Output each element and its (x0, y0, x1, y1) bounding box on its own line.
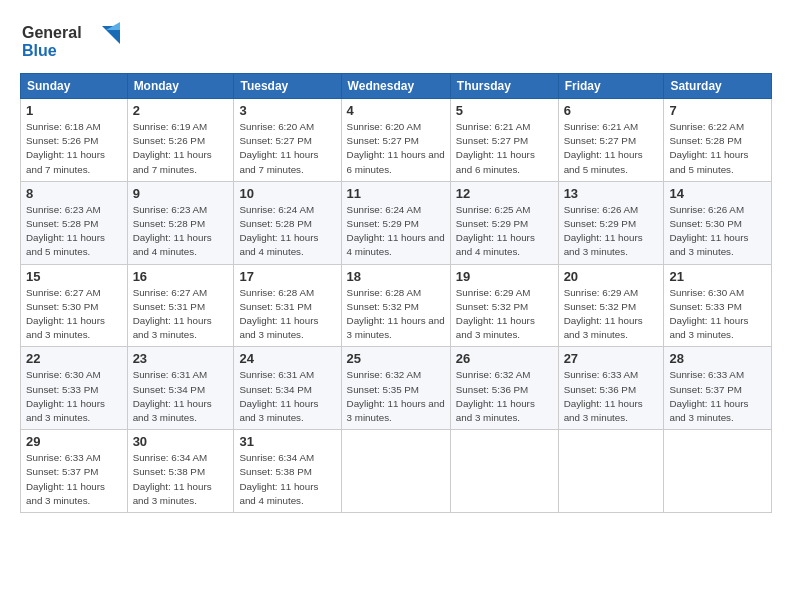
day-info: Sunrise: 6:30 AMSunset: 5:33 PMDaylight:… (669, 286, 766, 343)
calendar-cell: 12Sunrise: 6:25 AMSunset: 5:29 PMDayligh… (450, 181, 558, 264)
calendar-header-row: SundayMondayTuesdayWednesdayThursdayFrid… (21, 74, 772, 99)
day-number: 15 (26, 269, 122, 284)
day-info: Sunrise: 6:27 AMSunset: 5:30 PMDaylight:… (26, 286, 122, 343)
day-number: 2 (133, 103, 229, 118)
day-info: Sunrise: 6:28 AMSunset: 5:31 PMDaylight:… (239, 286, 335, 343)
day-info: Sunrise: 6:34 AMSunset: 5:38 PMDaylight:… (133, 451, 229, 508)
calendar-cell: 21Sunrise: 6:30 AMSunset: 5:33 PMDayligh… (664, 264, 772, 347)
calendar-cell: 20Sunrise: 6:29 AMSunset: 5:32 PMDayligh… (558, 264, 664, 347)
day-number: 12 (456, 186, 553, 201)
calendar-cell: 4Sunrise: 6:20 AMSunset: 5:27 PMDaylight… (341, 99, 450, 182)
calendar-cell: 2Sunrise: 6:19 AMSunset: 5:26 PMDaylight… (127, 99, 234, 182)
day-number: 28 (669, 351, 766, 366)
calendar-cell (664, 430, 772, 513)
calendar-cell (341, 430, 450, 513)
calendar-cell: 10Sunrise: 6:24 AMSunset: 5:28 PMDayligh… (234, 181, 341, 264)
day-number: 22 (26, 351, 122, 366)
day-info: Sunrise: 6:31 AMSunset: 5:34 PMDaylight:… (133, 368, 229, 425)
day-number: 13 (564, 186, 659, 201)
calendar-cell (450, 430, 558, 513)
day-info: Sunrise: 6:23 AMSunset: 5:28 PMDaylight:… (133, 203, 229, 260)
calendar-header-cell: Friday (558, 74, 664, 99)
calendar-header-cell: Tuesday (234, 74, 341, 99)
day-number: 6 (564, 103, 659, 118)
calendar-cell: 31Sunrise: 6:34 AMSunset: 5:38 PMDayligh… (234, 430, 341, 513)
header: General Blue (20, 18, 772, 67)
day-info: Sunrise: 6:26 AMSunset: 5:29 PMDaylight:… (564, 203, 659, 260)
day-info: Sunrise: 6:30 AMSunset: 5:33 PMDaylight:… (26, 368, 122, 425)
day-info: Sunrise: 6:32 AMSunset: 5:36 PMDaylight:… (456, 368, 553, 425)
day-info: Sunrise: 6:19 AMSunset: 5:26 PMDaylight:… (133, 120, 229, 177)
day-info: Sunrise: 6:28 AMSunset: 5:32 PMDaylight:… (347, 286, 445, 343)
day-number: 23 (133, 351, 229, 366)
calendar-cell: 24Sunrise: 6:31 AMSunset: 5:34 PMDayligh… (234, 347, 341, 430)
calendar-header-cell: Thursday (450, 74, 558, 99)
day-info: Sunrise: 6:32 AMSunset: 5:35 PMDaylight:… (347, 368, 445, 425)
calendar-cell: 1Sunrise: 6:18 AMSunset: 5:26 PMDaylight… (21, 99, 128, 182)
calendar-cell: 7Sunrise: 6:22 AMSunset: 5:28 PMDaylight… (664, 99, 772, 182)
day-number: 24 (239, 351, 335, 366)
day-number: 25 (347, 351, 445, 366)
calendar-week-row: 29Sunrise: 6:33 AMSunset: 5:37 PMDayligh… (21, 430, 772, 513)
page: General Blue SundayMondayTuesdayWednesda… (0, 0, 792, 523)
day-info: Sunrise: 6:20 AMSunset: 5:27 PMDaylight:… (347, 120, 445, 177)
calendar-cell: 11Sunrise: 6:24 AMSunset: 5:29 PMDayligh… (341, 181, 450, 264)
day-number: 9 (133, 186, 229, 201)
calendar-cell: 22Sunrise: 6:30 AMSunset: 5:33 PMDayligh… (21, 347, 128, 430)
day-number: 3 (239, 103, 335, 118)
day-number: 8 (26, 186, 122, 201)
logo-text: General Blue (20, 18, 130, 67)
calendar-cell (558, 430, 664, 513)
calendar-cell: 8Sunrise: 6:23 AMSunset: 5:28 PMDaylight… (21, 181, 128, 264)
day-info: Sunrise: 6:27 AMSunset: 5:31 PMDaylight:… (133, 286, 229, 343)
day-info: Sunrise: 6:33 AMSunset: 5:37 PMDaylight:… (26, 451, 122, 508)
calendar-header-cell: Monday (127, 74, 234, 99)
calendar-cell: 27Sunrise: 6:33 AMSunset: 5:36 PMDayligh… (558, 347, 664, 430)
svg-text:Blue: Blue (22, 42, 57, 59)
day-number: 14 (669, 186, 766, 201)
day-number: 17 (239, 269, 335, 284)
day-info: Sunrise: 6:24 AMSunset: 5:29 PMDaylight:… (347, 203, 445, 260)
day-number: 7 (669, 103, 766, 118)
day-info: Sunrise: 6:18 AMSunset: 5:26 PMDaylight:… (26, 120, 122, 177)
day-info: Sunrise: 6:21 AMSunset: 5:27 PMDaylight:… (456, 120, 553, 177)
calendar-table: SundayMondayTuesdayWednesdayThursdayFrid… (20, 73, 772, 513)
day-info: Sunrise: 6:25 AMSunset: 5:29 PMDaylight:… (456, 203, 553, 260)
calendar-cell: 9Sunrise: 6:23 AMSunset: 5:28 PMDaylight… (127, 181, 234, 264)
calendar-week-row: 8Sunrise: 6:23 AMSunset: 5:28 PMDaylight… (21, 181, 772, 264)
day-info: Sunrise: 6:24 AMSunset: 5:28 PMDaylight:… (239, 203, 335, 260)
svg-text:General: General (22, 24, 82, 41)
calendar-cell: 18Sunrise: 6:28 AMSunset: 5:32 PMDayligh… (341, 264, 450, 347)
day-number: 21 (669, 269, 766, 284)
day-number: 16 (133, 269, 229, 284)
day-info: Sunrise: 6:23 AMSunset: 5:28 PMDaylight:… (26, 203, 122, 260)
calendar-week-row: 1Sunrise: 6:18 AMSunset: 5:26 PMDaylight… (21, 99, 772, 182)
day-info: Sunrise: 6:26 AMSunset: 5:30 PMDaylight:… (669, 203, 766, 260)
day-info: Sunrise: 6:21 AMSunset: 5:27 PMDaylight:… (564, 120, 659, 177)
day-number: 18 (347, 269, 445, 284)
day-number: 19 (456, 269, 553, 284)
calendar-cell: 26Sunrise: 6:32 AMSunset: 5:36 PMDayligh… (450, 347, 558, 430)
logo: General Blue (20, 18, 130, 67)
day-number: 27 (564, 351, 659, 366)
calendar-cell: 3Sunrise: 6:20 AMSunset: 5:27 PMDaylight… (234, 99, 341, 182)
day-number: 29 (26, 434, 122, 449)
calendar-cell: 25Sunrise: 6:32 AMSunset: 5:35 PMDayligh… (341, 347, 450, 430)
calendar-header-cell: Saturday (664, 74, 772, 99)
day-number: 5 (456, 103, 553, 118)
day-info: Sunrise: 6:20 AMSunset: 5:27 PMDaylight:… (239, 120, 335, 177)
calendar-cell: 16Sunrise: 6:27 AMSunset: 5:31 PMDayligh… (127, 264, 234, 347)
calendar-cell: 29Sunrise: 6:33 AMSunset: 5:37 PMDayligh… (21, 430, 128, 513)
day-number: 1 (26, 103, 122, 118)
day-number: 11 (347, 186, 445, 201)
calendar-cell: 19Sunrise: 6:29 AMSunset: 5:32 PMDayligh… (450, 264, 558, 347)
day-number: 30 (133, 434, 229, 449)
calendar-cell: 17Sunrise: 6:28 AMSunset: 5:31 PMDayligh… (234, 264, 341, 347)
day-number: 4 (347, 103, 445, 118)
calendar-week-row: 15Sunrise: 6:27 AMSunset: 5:30 PMDayligh… (21, 264, 772, 347)
calendar-header-cell: Wednesday (341, 74, 450, 99)
calendar-cell: 30Sunrise: 6:34 AMSunset: 5:38 PMDayligh… (127, 430, 234, 513)
day-info: Sunrise: 6:29 AMSunset: 5:32 PMDaylight:… (564, 286, 659, 343)
day-number: 10 (239, 186, 335, 201)
day-number: 31 (239, 434, 335, 449)
